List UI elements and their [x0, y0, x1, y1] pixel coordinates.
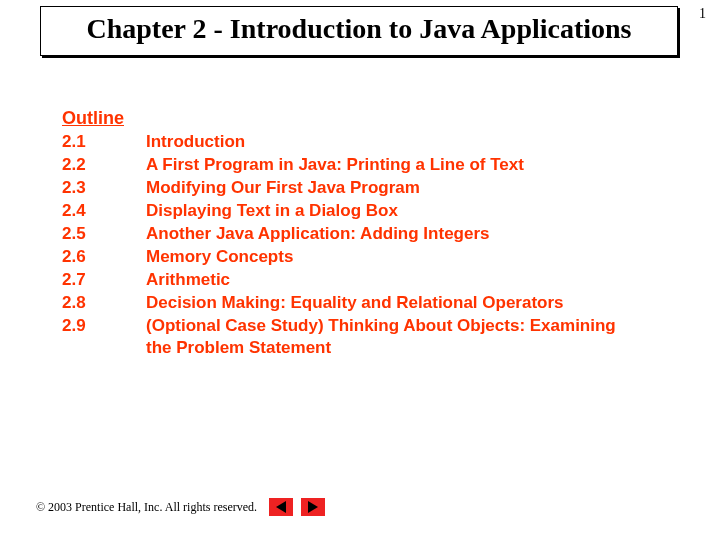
- outline-row: 2.2 A First Program in Java: Printing a …: [62, 154, 642, 177]
- outline-text: Arithmetic: [146, 269, 642, 292]
- page-number: 1: [699, 6, 706, 22]
- footer: © 2003 Prentice Hall, Inc. All rights re…: [36, 498, 684, 516]
- triangle-left-icon: [276, 501, 286, 513]
- outline-row: 2.5 Another Java Application: Adding Int…: [62, 223, 642, 246]
- outline-text: Introduction: [146, 131, 642, 154]
- outline-num: 2.7: [62, 269, 146, 292]
- outline-row: 2.4 Displaying Text in a Dialog Box: [62, 200, 642, 223]
- outline-num: 2.2: [62, 154, 146, 177]
- outline-text: (Optional Case Study) Thinking About Obj…: [146, 315, 642, 361]
- outline-row: 2.8 Decision Making: Equality and Relati…: [62, 292, 642, 315]
- triangle-right-icon: [308, 501, 318, 513]
- outline-text: Another Java Application: Adding Integer…: [146, 223, 642, 246]
- outline-text: A First Program in Java: Printing a Line…: [146, 154, 642, 177]
- outline-num: 2.1: [62, 131, 146, 154]
- title-box: Chapter 2 - Introduction to Java Applica…: [40, 6, 678, 56]
- outline-num: 2.3: [62, 177, 146, 200]
- outline-text: Memory Concepts: [146, 246, 642, 269]
- chapter-title: Chapter 2 - Introduction to Java Applica…: [51, 13, 667, 45]
- copyright-text: © 2003 Prentice Hall, Inc. All rights re…: [36, 500, 257, 515]
- prev-button[interactable]: [269, 498, 293, 516]
- outline-row: 2.3 Modifying Our First Java Program: [62, 177, 642, 200]
- outline-text: Modifying Our First Java Program: [146, 177, 642, 200]
- outline-num: 2.9: [62, 315, 146, 361]
- outline-heading: Outline: [62, 108, 642, 129]
- outline-row: 2.6 Memory Concepts: [62, 246, 642, 269]
- outline-row: 2.1 Introduction: [62, 131, 642, 154]
- outline-num: 2.8: [62, 292, 146, 315]
- slide: 1 Chapter 2 - Introduction to Java Appli…: [0, 0, 720, 540]
- next-button[interactable]: [301, 498, 325, 516]
- outline-text: Displaying Text in a Dialog Box: [146, 200, 642, 223]
- outline-row: 2.7 Arithmetic: [62, 269, 642, 292]
- outline-text: Decision Making: Equality and Relational…: [146, 292, 642, 315]
- outline-num: 2.6: [62, 246, 146, 269]
- outline-num: 2.4: [62, 200, 146, 223]
- outline-num: 2.5: [62, 223, 146, 246]
- outline-items: 2.1 Introduction 2.2 A First Program in …: [62, 131, 642, 360]
- nav-buttons: [269, 498, 325, 516]
- outline: Outline 2.1 Introduction 2.2 A First Pro…: [62, 108, 642, 360]
- outline-row: 2.9 (Optional Case Study) Thinking About…: [62, 315, 642, 361]
